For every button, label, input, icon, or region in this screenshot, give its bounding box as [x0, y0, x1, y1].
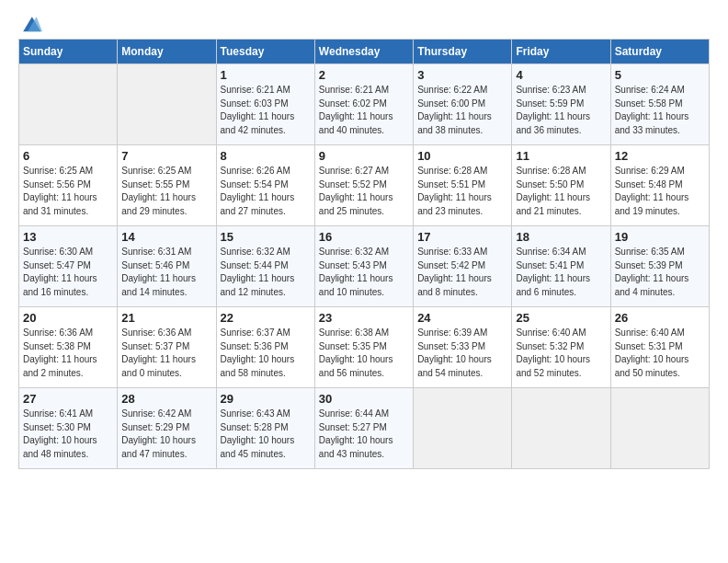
calendar-table: SundayMondayTuesdayWednesdayThursdayFrid…: [18, 39, 710, 469]
day-detail: Sunrise: 6:32 AM Sunset: 5:43 PM Dayligh…: [319, 246, 409, 299]
day-detail: Sunrise: 6:28 AM Sunset: 5:50 PM Dayligh…: [516, 165, 606, 218]
day-detail: Sunrise: 6:32 AM Sunset: 5:44 PM Dayligh…: [221, 246, 311, 299]
calendar-cell: [19, 64, 118, 145]
calendar-cell: 3Sunrise: 6:22 AM Sunset: 6:00 PM Daylig…: [414, 64, 512, 145]
logo-icon: [20, 15, 42, 35]
calendar-cell: 7Sunrise: 6:25 AM Sunset: 5:55 PM Daylig…: [118, 145, 216, 226]
weekday-header-saturday: Saturday: [610, 40, 709, 64]
page-header: [18, 15, 710, 35]
calendar-cell: 25Sunrise: 6:40 AM Sunset: 5:32 PM Dayli…: [512, 307, 610, 388]
day-number: 14: [121, 230, 211, 244]
weekday-header-monday: Monday: [118, 40, 216, 64]
day-detail: Sunrise: 6:39 AM Sunset: 5:33 PM Dayligh…: [417, 327, 507, 380]
day-number: 8: [221, 149, 311, 163]
weekday-header-thursday: Thursday: [414, 40, 512, 64]
calendar-cell: 6Sunrise: 6:25 AM Sunset: 5:56 PM Daylig…: [19, 145, 118, 226]
day-detail: Sunrise: 6:33 AM Sunset: 5:42 PM Dayligh…: [417, 246, 507, 299]
day-number: 28: [121, 392, 211, 406]
calendar-cell: 27Sunrise: 6:41 AM Sunset: 5:30 PM Dayli…: [19, 388, 118, 469]
calendar-cell: 12Sunrise: 6:29 AM Sunset: 5:48 PM Dayli…: [610, 145, 709, 226]
weekday-header-sunday: Sunday: [19, 40, 118, 64]
calendar-cell: 23Sunrise: 6:38 AM Sunset: 5:35 PM Dayli…: [314, 307, 413, 388]
calendar-cell: 8Sunrise: 6:26 AM Sunset: 5:54 PM Daylig…: [216, 145, 314, 226]
day-number: 7: [121, 149, 211, 163]
calendar-cell: 15Sunrise: 6:32 AM Sunset: 5:44 PM Dayli…: [216, 226, 314, 307]
day-number: 11: [516, 149, 606, 163]
calendar-cell: 18Sunrise: 6:34 AM Sunset: 5:41 PM Dayli…: [512, 226, 610, 307]
day-number: 17: [417, 230, 507, 244]
calendar-cell: 28Sunrise: 6:42 AM Sunset: 5:29 PM Dayli…: [118, 388, 216, 469]
day-detail: Sunrise: 6:36 AM Sunset: 5:38 PM Dayligh…: [23, 327, 113, 380]
weekday-header-wednesday: Wednesday: [314, 40, 413, 64]
calendar-cell: 16Sunrise: 6:32 AM Sunset: 5:43 PM Dayli…: [314, 226, 413, 307]
day-detail: Sunrise: 6:28 AM Sunset: 5:51 PM Dayligh…: [417, 165, 507, 218]
calendar-cell: 11Sunrise: 6:28 AM Sunset: 5:50 PM Dayli…: [512, 145, 610, 226]
calendar-cell: 13Sunrise: 6:30 AM Sunset: 5:47 PM Dayli…: [19, 226, 118, 307]
weekday-header-tuesday: Tuesday: [216, 40, 314, 64]
calendar-week-1: 1Sunrise: 6:21 AM Sunset: 6:03 PM Daylig…: [19, 64, 710, 145]
calendar-cell: 19Sunrise: 6:35 AM Sunset: 5:39 PM Dayli…: [610, 226, 709, 307]
day-detail: Sunrise: 6:38 AM Sunset: 5:35 PM Dayligh…: [319, 327, 409, 380]
day-number: 9: [319, 149, 409, 163]
day-number: 3: [417, 68, 507, 82]
calendar-cell: 29Sunrise: 6:43 AM Sunset: 5:28 PM Dayli…: [216, 388, 314, 469]
day-detail: Sunrise: 6:26 AM Sunset: 5:54 PM Dayligh…: [221, 165, 311, 218]
day-detail: Sunrise: 6:42 AM Sunset: 5:29 PM Dayligh…: [121, 408, 211, 461]
day-detail: Sunrise: 6:27 AM Sunset: 5:52 PM Dayligh…: [319, 165, 409, 218]
day-number: 1: [221, 68, 311, 82]
calendar-cell: 26Sunrise: 6:40 AM Sunset: 5:31 PM Dayli…: [610, 307, 709, 388]
calendar-cell: 14Sunrise: 6:31 AM Sunset: 5:46 PM Dayli…: [118, 226, 216, 307]
day-number: 26: [615, 311, 705, 325]
day-detail: Sunrise: 6:40 AM Sunset: 5:31 PM Dayligh…: [615, 327, 705, 380]
day-detail: Sunrise: 6:40 AM Sunset: 5:32 PM Dayligh…: [516, 327, 606, 380]
day-number: 12: [615, 149, 705, 163]
day-number: 19: [615, 230, 705, 244]
day-detail: Sunrise: 6:44 AM Sunset: 5:27 PM Dayligh…: [319, 408, 409, 461]
calendar-cell: 21Sunrise: 6:36 AM Sunset: 5:37 PM Dayli…: [118, 307, 216, 388]
calendar-week-3: 13Sunrise: 6:30 AM Sunset: 5:47 PM Dayli…: [19, 226, 710, 307]
calendar-cell: [118, 64, 216, 145]
day-number: 27: [23, 392, 113, 406]
calendar-cell: [610, 388, 709, 469]
day-number: 25: [516, 311, 606, 325]
calendar-header: SundayMondayTuesdayWednesdayThursdayFrid…: [19, 40, 710, 64]
day-detail: Sunrise: 6:36 AM Sunset: 5:37 PM Dayligh…: [121, 327, 211, 380]
calendar-cell: 22Sunrise: 6:37 AM Sunset: 5:36 PM Dayli…: [216, 307, 314, 388]
logo: [18, 15, 42, 35]
calendar-cell: [512, 388, 610, 469]
calendar-cell: 24Sunrise: 6:39 AM Sunset: 5:33 PM Dayli…: [414, 307, 512, 388]
day-number: 6: [23, 149, 113, 163]
calendar-cell: 2Sunrise: 6:21 AM Sunset: 6:02 PM Daylig…: [314, 64, 413, 145]
day-detail: Sunrise: 6:30 AM Sunset: 5:47 PM Dayligh…: [23, 246, 113, 299]
day-detail: Sunrise: 6:41 AM Sunset: 5:30 PM Dayligh…: [23, 408, 113, 461]
day-number: 24: [417, 311, 507, 325]
calendar-week-2: 6Sunrise: 6:25 AM Sunset: 5:56 PM Daylig…: [19, 145, 710, 226]
calendar-cell: [414, 388, 512, 469]
page-container: SundayMondayTuesdayWednesdayThursdayFrid…: [0, 0, 728, 484]
day-detail: Sunrise: 6:31 AM Sunset: 5:46 PM Dayligh…: [121, 246, 211, 299]
day-detail: Sunrise: 6:25 AM Sunset: 5:56 PM Dayligh…: [23, 165, 113, 218]
day-detail: Sunrise: 6:24 AM Sunset: 5:58 PM Dayligh…: [615, 84, 705, 137]
day-detail: Sunrise: 6:37 AM Sunset: 5:36 PM Dayligh…: [221, 327, 311, 380]
day-detail: Sunrise: 6:21 AM Sunset: 6:03 PM Dayligh…: [221, 84, 311, 137]
calendar-cell: 5Sunrise: 6:24 AM Sunset: 5:58 PM Daylig…: [610, 64, 709, 145]
day-number: 23: [319, 311, 409, 325]
day-number: 29: [221, 392, 311, 406]
day-number: 2: [319, 68, 409, 82]
day-number: 16: [319, 230, 409, 244]
weekday-header-friday: Friday: [512, 40, 610, 64]
day-number: 13: [23, 230, 113, 244]
day-number: 30: [319, 392, 409, 406]
calendar-cell: 20Sunrise: 6:36 AM Sunset: 5:38 PM Dayli…: [19, 307, 118, 388]
day-detail: Sunrise: 6:22 AM Sunset: 6:00 PM Dayligh…: [417, 84, 507, 137]
day-number: 18: [516, 230, 606, 244]
day-detail: Sunrise: 6:29 AM Sunset: 5:48 PM Dayligh…: [615, 165, 705, 218]
day-detail: Sunrise: 6:21 AM Sunset: 6:02 PM Dayligh…: [319, 84, 409, 137]
calendar-cell: 4Sunrise: 6:23 AM Sunset: 5:59 PM Daylig…: [512, 64, 610, 145]
day-number: 22: [221, 311, 311, 325]
calendar-cell: 1Sunrise: 6:21 AM Sunset: 6:03 PM Daylig…: [216, 64, 314, 145]
day-detail: Sunrise: 6:25 AM Sunset: 5:55 PM Dayligh…: [121, 165, 211, 218]
day-number: 4: [516, 68, 606, 82]
day-number: 20: [23, 311, 113, 325]
day-number: 15: [221, 230, 311, 244]
